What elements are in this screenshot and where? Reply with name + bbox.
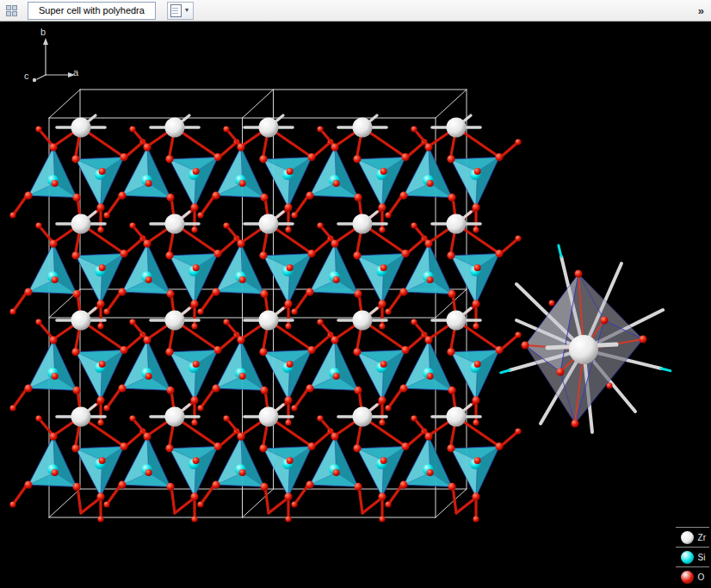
si-atom-swatch [681,551,694,564]
legend-item-si: Si [676,547,709,566]
legend-label: Si [698,553,706,562]
tab-label: Super cell with polyhedra [39,5,145,15]
tab-super-cell-with-polyhedra[interactable]: Super cell with polyhedra [28,2,156,20]
o-atom-swatch [681,571,694,584]
zr-atom-swatch [681,531,694,544]
axis-c-label: c [24,71,29,81]
new-view-button[interactable] [170,2,182,19]
structure-view[interactable] [0,0,711,588]
page-icon [170,4,182,17]
legend-label: Zr [698,533,706,542]
toolbar: Super cell with polyhedra ▾ » [0,0,711,22]
new-view-split-button: ▾ [167,2,194,20]
axis-b-label: b [40,27,46,37]
legend: Zr Si O [676,527,709,586]
legend-label: O [698,573,705,582]
axis-a-label: a [73,67,78,77]
app-window: b a c Zr Si O Super cell with polyhedra [0,0,711,588]
legend-item-zr: Zr [676,527,709,547]
dropdown-arrow-icon: ▾ [183,7,190,14]
new-view-dropdown[interactable]: ▾ [182,2,191,19]
grid-icon [6,5,17,16]
legend-item-o: O [676,566,709,586]
panes-button[interactable] [5,2,18,19]
overflow-button[interactable]: » [695,2,708,19]
